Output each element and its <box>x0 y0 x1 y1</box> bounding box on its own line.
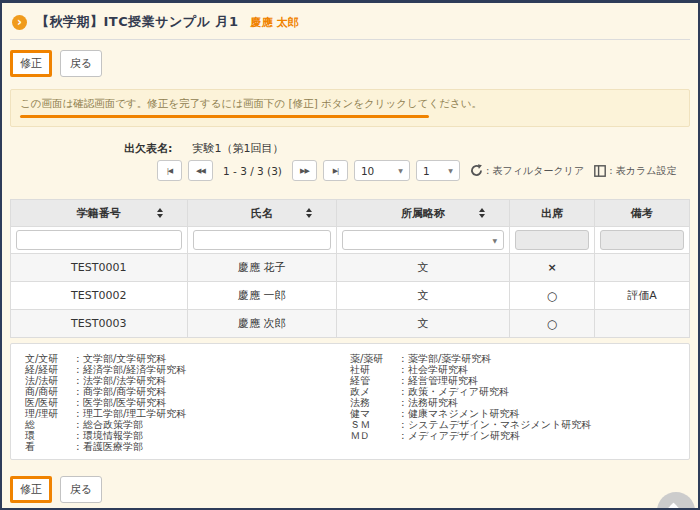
user-name-link[interactable]: 慶應 太郎 <box>251 15 299 30</box>
legend-item: 総：総合政策学部 <box>25 419 350 430</box>
legend-item: 医/医研：医学部/医学研究科 <box>25 397 350 408</box>
legend-item: 薬/薬研：薬学部/薬学研究科 <box>350 353 675 364</box>
page-header: › 【秋学期】ITC授業サンプル 月1 慶應 太郎 <box>12 13 298 31</box>
page-number-value: 1 <box>423 165 430 177</box>
legend-item: 法/法研：法学部/法学研究科 <box>25 375 350 386</box>
filter-clear-tool: : 表フィルタークリア <box>470 164 584 178</box>
note-filter-input <box>600 230 684 250</box>
affiliation-legend: 文/文研：文学部/文学研究科 経/経研：経済学部/経済学研究科 法/法研：法学部… <box>10 343 690 460</box>
legend-item: ＭＤ：メディアデザイン研究科 <box>350 430 675 441</box>
page-number-select[interactable]: 1 ▼ <box>416 160 460 181</box>
chevron-down-icon: ▼ <box>492 237 497 244</box>
page-range-text: 1 - 3 / 3 (3) <box>223 165 282 177</box>
student-id-cell: TEST0001 <box>11 254 188 282</box>
table-filter-row: ▼ <box>11 227 690 254</box>
page-title: 【秋学期】ITC授業サンプル 月1 <box>36 13 239 31</box>
attendance-sheet-label: 出欠表名: <box>124 141 172 156</box>
affiliation-cell: 文 <box>336 282 509 310</box>
refresh-icon[interactable] <box>470 164 483 177</box>
attendance-filter-input <box>515 230 589 250</box>
note-cell <box>594 254 689 282</box>
notice-text: この画面は確認画面です。修正を完了するには画面下の [修正] ボタンをクリックし… <box>20 97 680 111</box>
legend-item: 商/商研：商学部/商学研究科 <box>25 386 350 397</box>
sort-icon[interactable] <box>479 208 485 218</box>
legend-item: 理/理研：理工学部/理工学研究科 <box>25 408 350 419</box>
chevron-down-icon: ▼ <box>448 167 453 174</box>
legend-item: 文/文研：文学部/文学研究科 <box>25 353 350 364</box>
chevron-down-icon: ▼ <box>398 167 403 174</box>
table-header-row: 学籍番号 氏名 所属略称 出席 備考 <box>11 200 690 227</box>
name-filter-input[interactable] <box>193 230 331 250</box>
column-settings-tool: : 表カラム設定 <box>594 164 676 178</box>
name-cell: 慶應 次郎 <box>187 310 336 338</box>
attendance-sheet-value: 実験1（第1回目） <box>192 141 283 156</box>
edit-button-top[interactable]: 修正 <box>10 50 52 77</box>
scroll-to-top-button[interactable] <box>657 492 695 510</box>
back-button-bottom[interactable]: 戻る <box>60 476 102 503</box>
table-columns-icon[interactable] <box>594 165 606 177</box>
orange-bullet-icon: › <box>12 15 27 30</box>
attendance-sheet-row: 出欠表名: 実験1（第1回目） <box>124 141 283 156</box>
legend-item: 経/経研：経済学部/経済学研究科 <box>25 364 350 375</box>
student-id-cell: TEST0003 <box>11 310 188 338</box>
legend-item: 社研：社会学研究科 <box>350 364 675 375</box>
legend-item: 看：看護医療学部 <box>25 441 350 452</box>
legend-item: 法務：法務研究科 <box>350 397 675 408</box>
legend-item: 経管：経営管理研究科 <box>350 375 675 386</box>
bottom-actions: 修正 戻る <box>10 476 102 503</box>
legend-item: 環：環境情報学部 <box>25 430 350 441</box>
affiliation-filter-select[interactable]: ▼ <box>342 230 504 250</box>
prev-page-button[interactable]: ◀◀ <box>188 160 213 181</box>
column-header-affiliation[interactable]: 所属略称 <box>336 200 509 227</box>
chevron-up-icon <box>666 503 682 510</box>
affiliation-cell: 文 <box>336 310 509 338</box>
attendance-cell: ○ <box>510 282 595 310</box>
back-button-top[interactable]: 戻る <box>60 50 102 77</box>
next-page-button[interactable]: ▶▶ <box>292 160 317 181</box>
column-header-attendance: 出席 <box>510 200 595 227</box>
name-cell: 慶應 花子 <box>187 254 336 282</box>
column-header-note: 備考 <box>594 200 689 227</box>
column-settings-label: : 表カラム設定 <box>609 164 676 178</box>
attendance-cell: ○ <box>510 310 595 338</box>
first-page-button[interactable]: |◀ <box>157 160 182 181</box>
table-row: TEST0003 慶應 次郎 文 ○ <box>11 310 690 338</box>
sort-icon[interactable] <box>157 208 163 218</box>
last-page-button[interactable]: ▶| <box>323 160 348 181</box>
notice-underline <box>20 115 429 118</box>
attendance-cell: × <box>510 254 595 282</box>
confirmation-notice: この画面は確認画面です。修正を完了するには画面下の [修正] ボタンをクリックし… <box>10 89 690 127</box>
affiliation-cell: 文 <box>336 254 509 282</box>
legend-item: 政メ：政策・メディア研究科 <box>350 386 675 397</box>
legend-right-column: 薬/薬研：薬学部/薬学研究科 社研：社会学研究科 経管：経営管理研究科 政メ：政… <box>350 353 675 450</box>
filter-clear-label: : 表フィルタークリア <box>486 164 584 178</box>
note-cell: 評価A <box>594 282 689 310</box>
attendance-confirm-page: { "header": { "bullet_icon": "›", "title… <box>0 0 700 510</box>
table-row: TEST0002 慶應 一郎 文 ○ 評価A <box>11 282 690 310</box>
name-cell: 慶應 一郎 <box>187 282 336 310</box>
column-header-name[interactable]: 氏名 <box>187 200 336 227</box>
attendance-table: 学籍番号 氏名 所属略称 出席 備考 ▼ <box>10 199 690 338</box>
note-cell <box>594 310 689 338</box>
pagination-bar: |◀ ◀◀ 1 - 3 / 3 (3) ▶▶ ▶| 10 ▼ 1 ▼ : 表フィ… <box>157 160 676 181</box>
student-id-filter-input[interactable] <box>16 230 182 250</box>
legend-item: ＳＭ：システムデザイン・マネジメント研究科 <box>350 419 675 430</box>
legend-left-column: 文/文研：文学部/文学研究科 経/経研：経済学部/経済学研究科 法/法研：法学部… <box>25 353 350 450</box>
edit-button-bottom[interactable]: 修正 <box>10 476 52 503</box>
student-id-cell: TEST0002 <box>11 282 188 310</box>
page-size-value: 10 <box>361 165 374 177</box>
header-divider <box>10 39 690 40</box>
sort-icon[interactable] <box>306 208 312 218</box>
top-actions: 修正 戻る <box>10 50 102 77</box>
column-header-student-id[interactable]: 学籍番号 <box>11 200 188 227</box>
legend-item: 健マ：健康マネジメント研究科 <box>350 408 675 419</box>
page-size-select[interactable]: 10 ▼ <box>354 160 410 181</box>
table-row: TEST0001 慶應 花子 文 × <box>11 254 690 282</box>
